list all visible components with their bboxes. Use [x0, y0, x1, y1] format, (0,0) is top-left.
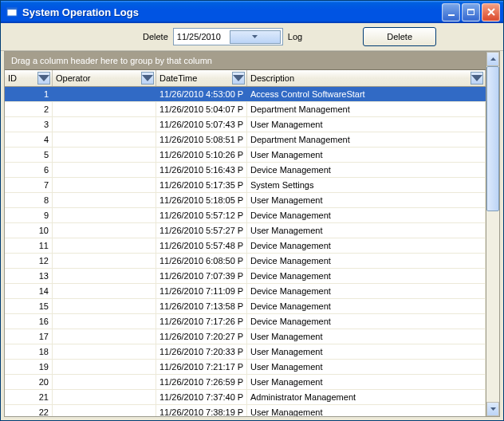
cell-description: Department Management [247, 132, 486, 147]
cell-id: 22 [5, 405, 53, 416]
cell-id: 7 [5, 178, 53, 192]
scroll-down-button[interactable] [486, 402, 499, 416]
titlebar[interactable]: System Operation Logs [1, 1, 503, 23]
cell-operator [53, 208, 156, 222]
date-value: 11/25/2010 [177, 32, 226, 41]
window-title: System Operation Logs [22, 6, 442, 18]
grid-body[interactable]: 111/26/2010 4:53:00 PAccess Control Soft… [5, 87, 486, 416]
delete-button[interactable]: Delete [363, 27, 436, 46]
date-select[interactable]: 11/25/2010 [173, 28, 283, 45]
cell-description: Device Management [247, 254, 486, 268]
vertical-scrollbar[interactable] [486, 51, 500, 417]
cell-operator [53, 254, 156, 268]
group-by-bar[interactable]: Drag a column header here to group by th… [5, 52, 486, 70]
cell-id: 15 [5, 299, 53, 313]
cell-operator [53, 148, 156, 162]
cell-datetime: 11/26/2010 5:04:07 P [156, 102, 247, 116]
cell-description: Device Management [247, 163, 486, 177]
table-row[interactable]: 2011/26/2010 7:26:59 PUser Management [5, 375, 486, 390]
app-icon [6, 6, 18, 18]
cell-id: 11 [5, 238, 53, 253]
table-row[interactable]: 2111/26/2010 7:37:40 PAdministrator Mana… [5, 390, 486, 405]
cell-operator [53, 238, 156, 253]
cell-id: 21 [5, 390, 53, 404]
cell-id: 18 [5, 344, 53, 359]
window: System Operation Logs Delete 11/25/2010 … [0, 0, 504, 421]
cell-operator [53, 87, 156, 101]
scroll-thumb[interactable] [486, 66, 499, 211]
chevron-down-icon[interactable] [230, 30, 281, 44]
cell-operator [53, 102, 156, 116]
table-row[interactable]: 1811/26/2010 7:20:33 PUser Management [5, 344, 486, 360]
table-row[interactable]: 311/26/2010 5:07:43 PUser Management [5, 117, 486, 132]
table-row[interactable]: 1611/26/2010 7:17:26 PDevice Management [5, 314, 486, 329]
cell-id: 17 [5, 329, 53, 344]
header-operator[interactable]: Operator [53, 70, 156, 86]
cell-datetime: 11/26/2010 7:37:40 P [156, 390, 247, 404]
cell-description: System Settings [247, 178, 486, 192]
filter-icon[interactable] [141, 72, 154, 85]
table-row[interactable]: 611/26/2010 5:16:43 PDevice Management [5, 163, 486, 178]
minimize-button[interactable] [442, 3, 460, 22]
header-description[interactable]: Description [247, 70, 486, 86]
cell-operator [53, 375, 156, 389]
table-row[interactable]: 411/26/2010 5:08:51 PDepartment Manageme… [5, 132, 486, 148]
cell-description: User Management [247, 329, 486, 344]
log-grid: Drag a column header here to group by th… [4, 51, 486, 417]
maximize-button[interactable] [462, 3, 480, 22]
close-button[interactable] [482, 3, 500, 22]
table-row[interactable]: 1411/26/2010 7:11:09 PDevice Management [5, 284, 486, 299]
scroll-up-button[interactable] [486, 52, 499, 66]
cell-id: 9 [5, 208, 53, 222]
cell-operator [53, 178, 156, 192]
delete-prefix-label: Delete [143, 32, 168, 41]
cell-id: 5 [5, 148, 53, 162]
cell-description: User Management [247, 223, 486, 238]
cell-id: 8 [5, 193, 53, 207]
table-row[interactable]: 1911/26/2010 7:21:17 PUser Management [5, 360, 486, 375]
cell-description: Administrator Management [247, 390, 486, 404]
cell-operator [53, 193, 156, 207]
table-row[interactable]: 711/26/2010 5:17:35 PSystem Settings [5, 178, 486, 193]
table-row[interactable]: 1211/26/2010 6:08:50 PDevice Management [5, 254, 486, 269]
table-row[interactable]: 1711/26/2010 7:20:27 PUser Management [5, 329, 486, 344]
cell-operator [53, 117, 156, 132]
cell-description: User Management [247, 148, 486, 162]
cell-description: User Management [247, 360, 486, 374]
cell-operator [53, 360, 156, 374]
table-row[interactable]: 511/26/2010 5:10:26 PUser Management [5, 148, 486, 163]
cell-datetime: 11/26/2010 4:53:00 P [156, 87, 247, 101]
table-row[interactable]: 111/26/2010 4:53:00 PAccess Control Soft… [5, 87, 486, 102]
table-row[interactable]: 1111/26/2010 5:57:48 PDevice Management [5, 238, 486, 254]
table-row[interactable]: 211/26/2010 5:04:07 PDepartment Manageme… [5, 102, 486, 117]
table-row[interactable]: 1311/26/2010 7:07:39 PDevice Management [5, 269, 486, 284]
table-row[interactable]: 2211/26/2010 7:38:19 PUser Management [5, 405, 486, 416]
table-row[interactable]: 811/26/2010 5:18:05 PUser Management [5, 193, 486, 208]
cell-datetime: 11/26/2010 5:57:27 P [156, 223, 247, 238]
toolbar: Delete 11/25/2010 Log Delete [1, 23, 503, 51]
cell-operator [53, 132, 156, 147]
cell-datetime: 11/26/2010 7:20:33 P [156, 344, 247, 359]
cell-operator [53, 223, 156, 238]
filter-icon[interactable] [232, 72, 245, 85]
cell-id: 3 [5, 117, 53, 132]
cell-description: User Management [247, 405, 486, 416]
table-row[interactable]: 1511/26/2010 7:13:58 PDevice Management [5, 299, 486, 314]
filter-icon[interactable] [471, 72, 483, 85]
titlebar-buttons [442, 3, 500, 22]
cell-datetime: 11/26/2010 7:20:27 P [156, 329, 247, 344]
table-row[interactable]: 1011/26/2010 5:57:27 PUser Management [5, 223, 486, 238]
header-row: ID Operator DateTime Description [5, 70, 486, 87]
cell-description: Device Management [247, 208, 486, 222]
table-row[interactable]: 911/26/2010 5:57:12 PDevice Management [5, 208, 486, 223]
header-id[interactable]: ID [5, 70, 53, 86]
cell-operator [53, 390, 156, 404]
log-suffix-label: Log [288, 32, 302, 41]
cell-operator [53, 405, 156, 416]
cell-operator [53, 269, 156, 283]
filter-icon[interactable] [37, 72, 50, 85]
header-datetime[interactable]: DateTime [156, 70, 247, 86]
cell-datetime: 11/26/2010 7:13:58 P [156, 299, 247, 313]
cell-description: Device Management [247, 269, 486, 283]
scroll-track[interactable] [486, 66, 499, 402]
